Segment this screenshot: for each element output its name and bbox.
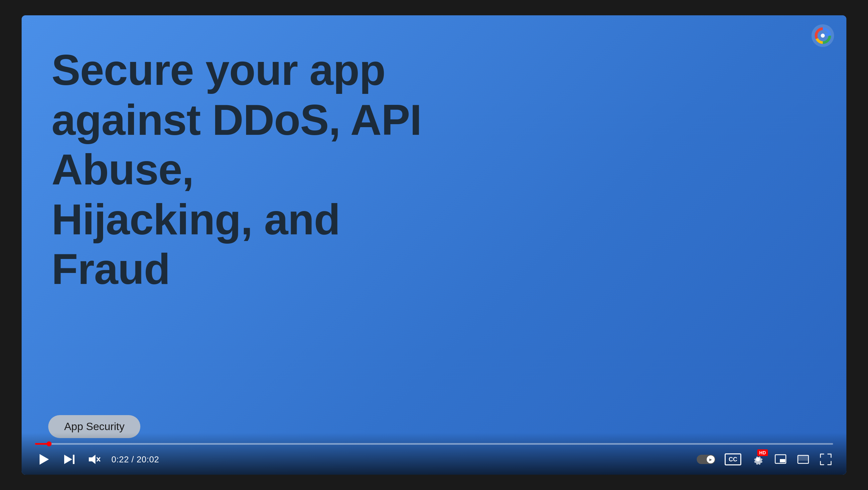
next-button[interactable] <box>62 452 77 467</box>
svg-marker-4 <box>64 455 72 464</box>
cc-label: CC <box>728 456 737 463</box>
autoplay-track <box>697 455 715 464</box>
svg-point-2 <box>821 34 825 38</box>
google-logo <box>811 24 834 47</box>
volume-button[interactable] <box>86 451 102 467</box>
progress-fill <box>35 443 50 445</box>
autoplay-knob <box>707 455 715 463</box>
svg-marker-3 <box>39 454 49 465</box>
progress-bar[interactable] <box>35 443 833 445</box>
controls-right: CC HD <box>697 452 833 467</box>
play-button[interactable] <box>35 451 52 468</box>
video-title: Secure your app against DDoS, API Abuse,… <box>52 45 451 294</box>
theater-mode-button[interactable] <box>796 452 810 467</box>
controls-overlay: 0:22 / 20:02 CC <box>22 433 846 475</box>
svg-rect-10 <box>780 459 785 462</box>
controls-row: 0:22 / 20:02 CC <box>35 451 833 468</box>
svg-rect-5 <box>73 455 74 464</box>
settings-wrapper: HD <box>751 452 765 467</box>
controls-left: 0:22 / 20:02 <box>35 451 159 468</box>
fullscreen-button[interactable] <box>818 452 833 467</box>
cc-icon: CC <box>725 453 741 465</box>
miniplayer-button[interactable] <box>773 452 788 467</box>
captions-button[interactable]: CC <box>723 452 743 467</box>
time-display: 0:22 / 20:02 <box>112 454 159 465</box>
video-player[interactable]: Secure your app against DDoS, API Abuse,… <box>22 15 846 475</box>
svg-marker-6 <box>89 455 95 464</box>
hd-badge: HD <box>757 450 768 456</box>
svg-rect-12 <box>798 455 808 461</box>
autoplay-toggle[interactable] <box>697 455 715 464</box>
